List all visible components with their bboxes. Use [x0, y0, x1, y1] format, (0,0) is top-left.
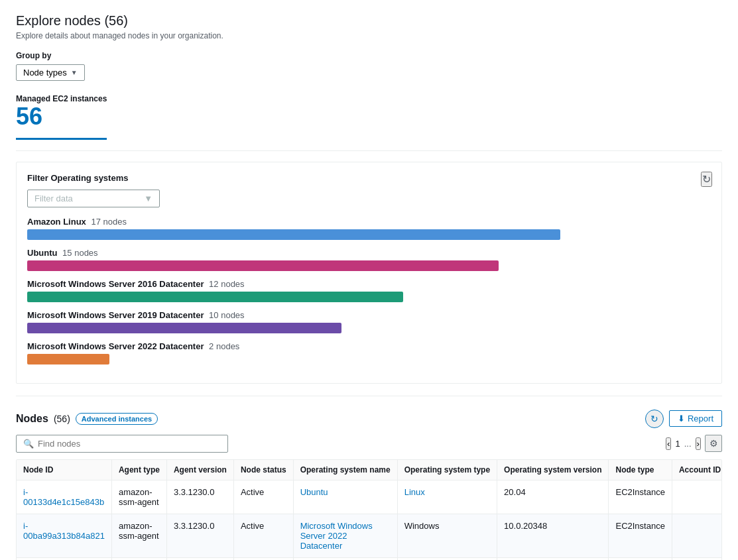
cell-account-id: [672, 557, 722, 560]
cell-node-id: i-00ba99a313b84a821: [17, 514, 111, 557]
refresh-button[interactable]: ↻: [701, 172, 712, 187]
nodes-table: Node ID Agent type Agent version Node st…: [17, 460, 722, 560]
col-header-node-status: Node status: [233, 460, 293, 480]
chevron-down-icon: ▼: [71, 69, 78, 76]
bar-row-win2019: Microsoft Windows Server 2019 Datacenter…: [27, 310, 711, 333]
report-button[interactable]: ⬇ Report: [669, 410, 722, 427]
table-row: i-00ba99a313b84a821 amazon-ssm-agent 3.3…: [17, 514, 722, 557]
page-subtitle: Explore details about managed nodes in y…: [16, 31, 722, 40]
prev-page-button[interactable]: ‹: [666, 437, 671, 450]
nodes-header: Nodes (56) Advanced instances ↻ ⬇ Report: [16, 410, 722, 428]
cell-agent-type: amazon-ssm-agent: [111, 514, 166, 557]
current-page: 1: [675, 439, 680, 449]
cell-agent-version: 3.3.1230.0: [166, 514, 233, 557]
bar-label-text: Microsoft Windows Server 2022 Datacenter: [27, 341, 204, 351]
search-icon: 🔍: [23, 439, 34, 449]
cell-node-type: EC2Instance: [609, 480, 672, 514]
bar-row-ubuntu: Ubuntu 15 nodes: [27, 248, 711, 271]
group-by-value: Node types: [23, 68, 67, 78]
filter-title: Filter Operating systems: [27, 173, 711, 183]
ellipsis: ...: [684, 439, 692, 449]
col-header-account-id: Account ID: [672, 460, 722, 480]
bar-count: 17 nodes: [91, 217, 127, 227]
cell-node-status: Active: [233, 480, 293, 514]
cell-node-status: Active: [233, 557, 293, 560]
pagination-controls: ‹ 1 ... › ⚙: [666, 435, 722, 452]
search-input[interactable]: [38, 439, 221, 449]
cell-os-version: 2: [497, 557, 609, 560]
node-id-link[interactable]: i-00133d4e1c15e843b: [23, 487, 104, 507]
cell-os-version: 20.04: [497, 480, 609, 514]
cell-node-id: i-010e038ef4f248dbd: [17, 557, 111, 560]
col-header-node-id: Node ID: [17, 460, 111, 480]
bar-track: [27, 354, 109, 364]
bar-track: [27, 260, 499, 271]
cell-agent-version: 3.3.1230.0: [166, 480, 233, 514]
table-row: i-00133d4e1c15e843b amazon-ssm-agent 3.3…: [17, 480, 722, 514]
filter-dropdown[interactable]: Filter data ▼: [27, 190, 160, 207]
col-header-os-type: Operating system type: [397, 460, 497, 480]
bar-row-amazon-linux: Amazon Linux 17 nodes: [27, 217, 711, 240]
nodes-title: Nodes (56) Advanced instances: [16, 413, 158, 425]
cell-os-name: Amazon Linux: [293, 557, 397, 560]
cell-agent-version: 3.3.1230.0: [166, 557, 233, 560]
filter-placeholder: Filter data: [34, 194, 73, 203]
cell-node-status: Active: [233, 514, 293, 557]
bar-count: 10 nodes: [209, 310, 245, 320]
cell-account-id: [672, 480, 722, 514]
col-header-agent-version: Agent version: [166, 460, 233, 480]
cell-os-type: Linux: [397, 480, 497, 514]
bar-label-text: Microsoft Windows Server 2019 Datacenter: [27, 310, 204, 320]
bar-count: 2 nodes: [209, 341, 239, 351]
cell-agent-type: amazon-ssm-agent: [111, 480, 166, 514]
nodes-table-wrapper: Node ID Agent type Agent version Node st…: [16, 459, 722, 560]
metric-card: Managed EC2 instances 56: [16, 94, 107, 140]
cell-agent-type: amazon-ssm-agent: [111, 557, 166, 560]
bar-row-win2022: Microsoft Windows Server 2022 Datacenter…: [27, 341, 711, 364]
cell-os-name: Microsoft Windows Server 2022 Datacenter: [293, 514, 397, 557]
col-header-os-version: Operating system version: [497, 460, 609, 480]
bar-track: [27, 229, 560, 240]
cell-node-type: EC2Instance: [609, 557, 672, 560]
table-body: i-00133d4e1c15e843b amazon-ssm-agent 3.3…: [17, 480, 722, 560]
col-header-agent-type: Agent type: [111, 460, 166, 480]
download-icon: ⬇: [678, 414, 685, 423]
cell-account-id: [672, 514, 722, 557]
column-settings-button[interactable]: ⚙: [705, 435, 722, 452]
page-title: Explore nodes (56): [16, 13, 722, 28]
nodes-count: (56): [54, 414, 70, 424]
divider-2: [16, 396, 722, 396]
bar-section: Amazon Linux 17 nodes Ubuntu 15 nodes Mi…: [27, 217, 711, 364]
bar-row-win2016: Microsoft Windows Server 2016 Datacenter…: [27, 279, 711, 302]
advanced-instances-badge: Advanced instances: [76, 413, 158, 425]
os-type-link[interactable]: Linux: [404, 487, 425, 497]
group-by-section: Group by Node types ▼: [16, 51, 722, 81]
cell-node-type: EC2Instance: [609, 514, 672, 557]
cell-os-type: Linux: [397, 557, 497, 560]
bar-label-text: Amazon Linux: [27, 217, 86, 227]
divider: [16, 150, 722, 151]
bar-label-text: Microsoft Windows Server 2016 Datacenter: [27, 279, 204, 289]
os-name-link[interactable]: Ubuntu: [300, 487, 328, 497]
group-by-dropdown[interactable]: Node types ▼: [16, 64, 85, 81]
bar-label-text: Ubuntu: [27, 248, 57, 258]
node-id-link[interactable]: i-00ba99a313b84a821: [23, 521, 105, 541]
bar-count: 15 nodes: [62, 248, 98, 258]
search-bar[interactable]: 🔍: [16, 435, 228, 453]
report-label: Report: [688, 414, 713, 423]
col-header-node-type: Node type: [609, 460, 672, 480]
metric-label: Managed EC2 instances: [16, 94, 107, 103]
bar-track: [27, 292, 403, 302]
os-name-link[interactable]: Microsoft Windows Server 2022 Datacenter: [300, 521, 373, 551]
next-page-button[interactable]: ›: [696, 437, 701, 450]
filter-section: Filter Operating systems Filter data ▼ ↻…: [16, 162, 722, 384]
chevron-down-icon: ▼: [144, 194, 153, 203]
refresh-nodes-button[interactable]: ↻: [645, 410, 664, 428]
col-header-os-name: Operating system name: [293, 460, 397, 480]
cell-os-version: 10.0.20348: [497, 514, 609, 557]
bar-count: 12 nodes: [209, 279, 245, 289]
nodes-section: Nodes (56) Advanced instances ↻ ⬇ Report…: [16, 410, 722, 560]
table-header-row: Node ID Agent type Agent version Node st…: [17, 460, 722, 480]
cell-os-name: Ubuntu: [293, 480, 397, 514]
cell-node-id: i-00133d4e1c15e843b: [17, 480, 111, 514]
